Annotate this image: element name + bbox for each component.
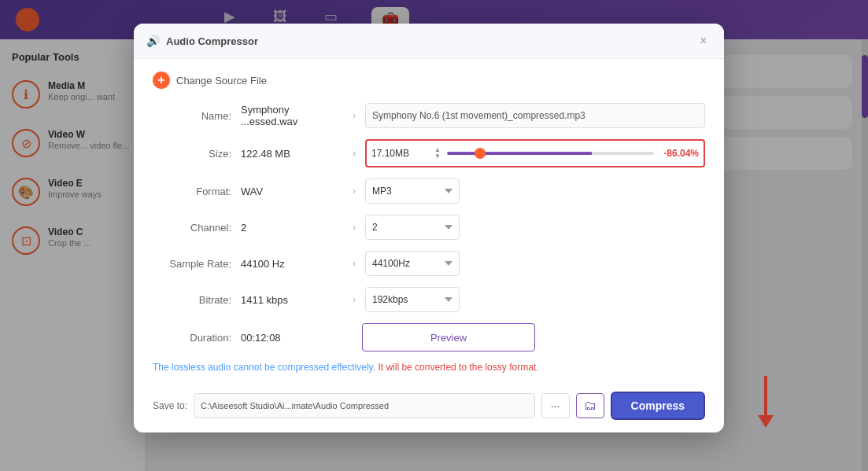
plus-icon: + [153,72,170,89]
form-row-name: Name: Symphony ...essed.wav › [153,103,705,128]
samplerate-arrow-icon: › [353,258,356,269]
name-output-field[interactable] [365,103,705,128]
format-select[interactable]: MP3 AAC FLAC OGG [365,178,460,204]
size-percent: -86.04% [663,148,699,159]
name-value: Symphony ...essed.wav [241,104,343,127]
compress-button[interactable]: Compress [611,392,705,420]
spinner-arrows: ▲ ▼ [434,147,441,160]
name-output [365,103,705,128]
channel-select[interactable]: 2 1 [365,215,460,240]
duration-label: Duration: [153,332,231,344]
channel-arrow-icon: › [353,222,356,233]
dialog-close-button[interactable]: × [696,33,711,49]
dialog-body: + Change Source File Name: Symphony ...e… [134,59,724,392]
bitrate-output: 192kbps 128kbps 256kbps 320kbps [365,287,705,312]
duration-value: 00:12:08 [241,332,343,344]
samplerate-label: Sample Rate: [153,258,231,270]
name-arrow-icon: › [353,110,356,121]
channel-value: 2 [241,222,343,234]
size-spinner [371,148,427,159]
size-output-container: ▲ ▼ -86.04% [365,139,705,167]
change-source-button[interactable]: + Change Source File [153,72,705,89]
bitrate-arrow-icon: › [353,294,356,305]
size-slider-container [447,152,654,155]
arrow-head [758,415,774,428]
name-label: Name: [153,110,231,122]
form-row-size: Size: 122.48 MB › ▲ ▼ -86.04% [153,139,705,167]
bitrate-select[interactable]: 192kbps 128kbps 256kbps 320kbps [365,287,460,312]
warning-text: The lossless audio cannot be compressed … [153,362,375,373]
bitrate-value: 1411 kbps [241,294,343,306]
dialog-title: 🔊 Audio Compressor [146,35,258,47]
form-row-format: Format: WAV › MP3 AAC FLAC OGG [153,178,705,204]
duration-output: Preview [362,323,705,351]
samplerate-output: 44100Hz 22050Hz 48000Hz [365,251,705,276]
save-to-label: Save to: [153,400,187,411]
form-row-channel: Channel: 2 › 2 1 [153,215,705,240]
format-label: Format: [153,186,231,197]
form-rows: Name: Symphony ...essed.wav › Size: 122.… [153,103,705,351]
format-output: MP3 AAC FLAC OGG [365,178,705,204]
samplerate-select[interactable]: 44100Hz 22050Hz 48000Hz [365,251,460,276]
form-row-samplerate: Sample Rate: 44100 Hz › 44100Hz 22050Hz … [153,251,705,276]
save-path-field[interactable] [194,393,535,418]
dots-button[interactable]: ··· [541,393,570,418]
dialog-header: 🔊 Audio Compressor × [134,24,724,59]
size-slider[interactable] [447,152,654,155]
format-arrow-icon: › [353,186,356,197]
warning-message: The lossless audio cannot be compressed … [153,361,705,374]
folder-icon: 🗂 [584,399,597,413]
form-row-bitrate: Bitrate: 1411 kbps › 192kbps 128kbps 256… [153,287,705,312]
spinner-down[interactable]: ▼ [434,153,441,160]
audio-compressor-dialog: 🔊 Audio Compressor × + Change Source Fil… [134,24,724,432]
form-row-duration: Duration: 00:12:08 Preview [153,323,705,351]
dialog-footer: Save to: ··· 🗂 Compress [134,392,724,432]
size-label: Size: [153,148,231,160]
format-value: WAV [241,186,343,197]
folder-button[interactable]: 🗂 [576,393,604,418]
arrow-shaft [764,376,767,415]
warning-highlight-text: It will be converted to the lossy format… [375,362,538,373]
channel-label: Channel: [153,222,231,234]
audio-icon: 🔊 [146,35,160,47]
change-source-label: Change Source File [176,75,267,86]
size-value: 122.48 MB [241,148,343,160]
channel-output: 2 1 [365,215,705,240]
bitrate-label: Bitrate: [153,294,231,306]
samplerate-value: 44100 Hz [241,258,343,270]
arrow-indicator [758,376,774,428]
size-output-field[interactable] [371,148,419,159]
size-arrow-icon: › [353,148,356,159]
dialog-title-text: Audio Compressor [166,35,258,47]
preview-button[interactable]: Preview [362,323,535,351]
